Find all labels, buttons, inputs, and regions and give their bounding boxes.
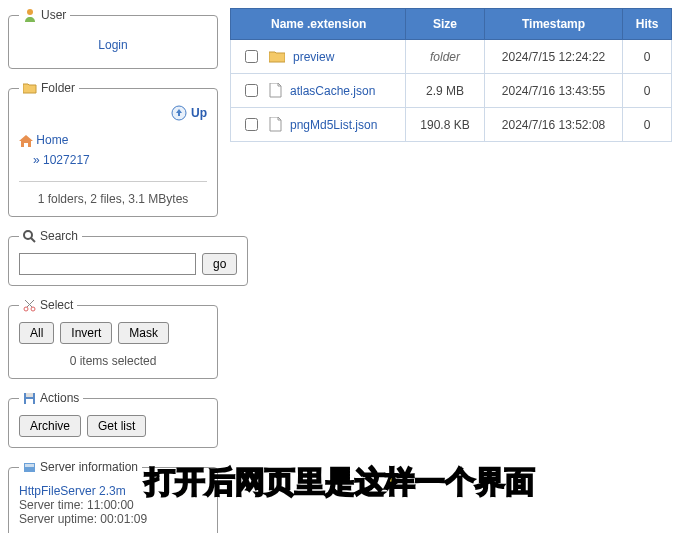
folder-stats: 1 folders, 2 files, 3.1 MBytes bbox=[19, 181, 207, 206]
cell-size: 2.9 MB bbox=[406, 74, 484, 108]
svg-rect-9 bbox=[26, 393, 33, 397]
svg-line-3 bbox=[31, 238, 35, 242]
svg-point-4 bbox=[24, 307, 28, 311]
user-legend: User bbox=[19, 8, 70, 22]
svg-point-5 bbox=[31, 307, 35, 311]
server-version-link[interactable]: HttpFileServer 2.3m bbox=[19, 484, 207, 498]
getlist-button[interactable]: Get list bbox=[87, 415, 146, 437]
folder-icon bbox=[269, 50, 285, 63]
select-invert-button[interactable]: Invert bbox=[60, 322, 112, 344]
home-icon bbox=[19, 135, 33, 147]
table-row: pngMd5List.json190.8 KB2024/7/16 13:52:0… bbox=[231, 108, 672, 142]
actions-panel: Actions ArchiveGet list bbox=[8, 391, 218, 448]
col-size[interactable]: Size bbox=[406, 9, 484, 40]
cell-hits: 0 bbox=[623, 74, 672, 108]
svg-point-2 bbox=[24, 231, 32, 239]
cell-timestamp: 2024/7/16 13:43:55 bbox=[484, 74, 623, 108]
select-legend: Select bbox=[19, 298, 77, 312]
server-uptime: Server uptime: 00:01:09 bbox=[19, 512, 207, 526]
file-table: Name .extension Size Timestamp Hits prev… bbox=[230, 8, 672, 142]
cell-hits: 0 bbox=[623, 108, 672, 142]
col-hits[interactable]: Hits bbox=[623, 9, 672, 40]
select-panel: Select AllInvertMask 0 items selected bbox=[8, 298, 218, 379]
up-arrow-icon bbox=[171, 105, 187, 121]
selection-count: 0 items selected bbox=[19, 354, 207, 368]
col-name[interactable]: Name .extension bbox=[231, 9, 406, 40]
svg-rect-12 bbox=[25, 464, 34, 467]
server-legend: Server information bbox=[19, 460, 142, 474]
user-icon bbox=[23, 8, 37, 22]
search-input[interactable] bbox=[19, 253, 196, 275]
table-row: previewfolder2024/7/15 12:24:220 bbox=[231, 40, 672, 74]
up-link[interactable]: Up bbox=[171, 105, 207, 121]
search-panel: Search go bbox=[8, 229, 248, 286]
col-timestamp[interactable]: Timestamp bbox=[484, 9, 623, 40]
disk-icon bbox=[23, 392, 36, 405]
folder-open-icon bbox=[23, 82, 37, 94]
archive-button[interactable]: Archive bbox=[19, 415, 81, 437]
svg-point-0 bbox=[27, 9, 33, 15]
file-link[interactable]: atlasCache.json bbox=[290, 84, 375, 98]
table-row: atlasCache.json2.9 MB2024/7/16 13:43:550 bbox=[231, 74, 672, 108]
folder-legend: Folder bbox=[19, 81, 79, 95]
row-checkbox[interactable] bbox=[245, 84, 258, 97]
folder-panel: Folder Up Home » 1027217 1 folders, 2 fi… bbox=[8, 81, 218, 217]
cell-size: folder bbox=[406, 40, 484, 74]
actions-legend: Actions bbox=[19, 391, 83, 405]
login-link[interactable]: Login bbox=[98, 38, 127, 52]
file-icon bbox=[269, 117, 282, 132]
cell-timestamp: 2024/7/16 13:52:08 bbox=[484, 108, 623, 142]
row-checkbox[interactable] bbox=[245, 118, 258, 131]
breadcrumb-home[interactable]: Home bbox=[19, 133, 68, 147]
select-mask-button[interactable]: Mask bbox=[118, 322, 169, 344]
svg-rect-10 bbox=[26, 399, 33, 404]
breadcrumb-path[interactable]: » 1027217 bbox=[33, 153, 90, 167]
cell-timestamp: 2024/7/15 12:24:22 bbox=[484, 40, 623, 74]
user-panel: User Login bbox=[8, 8, 218, 69]
file-link[interactable]: preview bbox=[293, 50, 334, 64]
scissors-icon bbox=[23, 299, 36, 312]
cell-size: 190.8 KB bbox=[406, 108, 484, 142]
cell-hits: 0 bbox=[623, 40, 672, 74]
server-icon bbox=[23, 461, 36, 474]
select-all-button[interactable]: All bbox=[19, 322, 54, 344]
server-time: Server time: 11:00:00 bbox=[19, 498, 207, 512]
search-legend: Search bbox=[19, 229, 82, 243]
search-icon bbox=[23, 230, 36, 243]
server-info-panel: Server information HttpFileServer 2.3m S… bbox=[8, 460, 218, 533]
file-link[interactable]: pngMd5List.json bbox=[290, 118, 377, 132]
file-icon bbox=[269, 83, 282, 98]
row-checkbox[interactable] bbox=[245, 50, 258, 63]
